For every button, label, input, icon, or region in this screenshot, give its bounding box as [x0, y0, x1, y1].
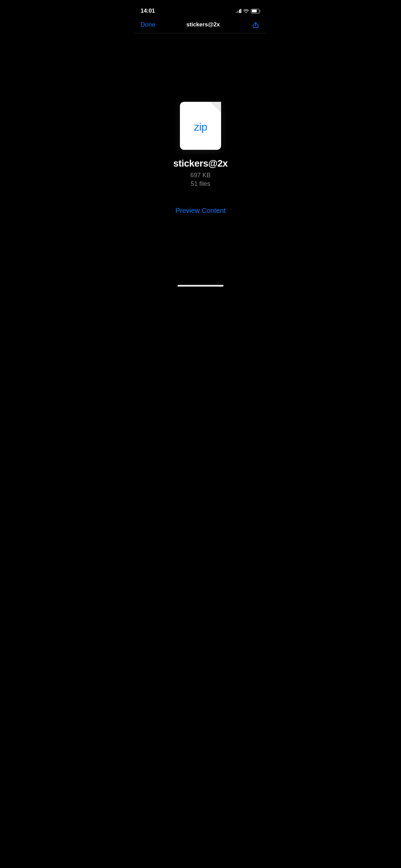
- signal-icon: [236, 9, 242, 13]
- share-icon: [252, 21, 259, 28]
- file-count: 51 files: [191, 180, 210, 188]
- wifi-icon: [243, 9, 249, 13]
- status-icons: [236, 9, 261, 13]
- main-content: zip stickers@2x 697 KB 51 files Preview …: [134, 33, 267, 286]
- done-button[interactable]: Done: [141, 21, 155, 28]
- battery-icon: [251, 9, 260, 13]
- nav-title: stickers@2x: [186, 21, 220, 28]
- battery-tip: [260, 10, 260, 12]
- home-indicator: [178, 285, 223, 287]
- file-icon-container: zip: [180, 102, 221, 150]
- file-name: stickers@2x: [173, 158, 228, 169]
- status-bar: 14:01: [134, 0, 267, 17]
- signal-bar-3: [239, 10, 240, 13]
- share-button[interactable]: [251, 20, 260, 29]
- file-type-label: zip: [194, 121, 207, 133]
- battery-fill: [252, 10, 257, 12]
- status-time: 14:01: [141, 8, 155, 14]
- preview-content-button[interactable]: Preview Content: [170, 204, 231, 217]
- signal-bar-4: [240, 9, 241, 13]
- nav-bar: Done stickers@2x: [134, 17, 267, 33]
- file-icon: zip: [180, 102, 221, 150]
- battery-body: [251, 9, 259, 13]
- file-size: 697 KB: [190, 172, 210, 179]
- signal-bar-2: [237, 11, 238, 13]
- signal-bar-1: [236, 12, 237, 13]
